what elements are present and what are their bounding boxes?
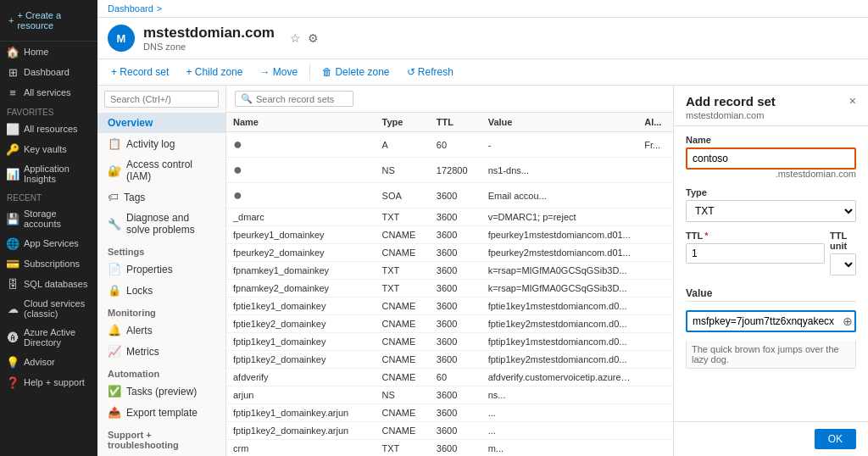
table-row[interactable]: fpnamkey1_domainkeyTXT3600k=rsap=MIGfMA0… xyxy=(226,262,673,280)
main-content: Dashboard > M mstestdomian.com DNS zone … xyxy=(97,0,868,456)
sidebar-item-app-services[interactable]: 🌐 App Services xyxy=(0,233,97,253)
value-input[interactable] xyxy=(687,312,854,331)
sidebar-item-all-services[interactable]: ≡ All services xyxy=(0,82,97,103)
nav-item-support[interactable]: ❓ New support request xyxy=(97,452,225,456)
iam-icon: 🔐 xyxy=(108,164,121,177)
resource-title: mstestdomian.com xyxy=(143,25,275,42)
sidebar-item-help[interactable]: ❓ Help + support xyxy=(0,372,97,392)
nav-item-overview[interactable]: Overview xyxy=(97,113,225,133)
table-row[interactable]: fpeurkey2_domainkeyCNAME3600fpeurkey2mst… xyxy=(226,244,673,262)
table-row[interactable]: afdverifyCNAME60afdverify.customervoicet… xyxy=(226,369,673,386)
sidebar-item-all-resources[interactable]: ⬜ All resources xyxy=(0,119,97,139)
table-cell-al xyxy=(637,262,673,280)
ttl-field: TTL* xyxy=(686,231,825,275)
table-row[interactable]: ●A60-Fr... xyxy=(226,132,673,158)
sidebar-item-aad[interactable]: 🅐 Azure Active Directory xyxy=(0,323,97,352)
home-icon: 🏠 xyxy=(7,46,19,58)
table-cell-value: fptie1key2mstestdomiancom.d0... xyxy=(481,315,638,333)
table-row[interactable]: fpnamkey2_domainkeyTXT3600k=rsap=MIGfMA0… xyxy=(226,280,673,298)
close-panel-button[interactable]: × xyxy=(849,94,856,108)
table-cell-type: CNAME xyxy=(376,226,430,244)
sidebar-item-cloud[interactable]: ☁ Cloud services (classic) xyxy=(0,294,97,323)
refresh-button[interactable]: ↺ Refresh xyxy=(400,63,460,81)
type-field: Type TXT A AAAA CNAME MX NS xyxy=(686,187,856,222)
create-resource-button[interactable]: + + Create a resource xyxy=(7,7,91,34)
nav-item-label: Metrics xyxy=(126,346,159,358)
col-ttl[interactable]: TTL xyxy=(430,113,481,132)
table-cell-value: ns... xyxy=(481,386,638,404)
nav-item-label: Access control (IAM) xyxy=(126,158,215,182)
nav-item-diagnose[interactable]: 🔧 Diagnose and solve problems xyxy=(97,208,225,240)
table-row[interactable]: fpeurkey1_domainkeyCNAME3600fpeurkey1mst… xyxy=(226,226,673,244)
table-cell-type: NS xyxy=(376,386,430,404)
table-row[interactable]: crmTXT3600m... xyxy=(226,440,673,457)
child-zone-button[interactable]: + Child zone xyxy=(179,63,249,81)
sidebar-item-key-vaults[interactable]: 🔑 Key vaults xyxy=(0,139,97,159)
table-cell-al xyxy=(637,280,673,298)
nav-item-label: Alerts xyxy=(126,325,153,336)
sidebar-item-subscriptions[interactable]: 💳 Subscriptions xyxy=(0,253,97,274)
table-cell-name: fptie1key2_domainkey xyxy=(226,315,376,333)
nav-item-tags[interactable]: 🏷 Tags xyxy=(97,186,225,208)
nav-item-metrics[interactable]: 📈 Metrics xyxy=(97,341,225,362)
alerts-icon: 🔔 xyxy=(108,324,121,336)
create-resource-label: + Create a resource xyxy=(17,10,89,31)
col-value[interactable]: Value xyxy=(481,113,638,132)
sidebar-item-app-insights[interactable]: 📊 Application Insights xyxy=(0,159,97,188)
col-name[interactable]: Name xyxy=(226,113,376,132)
table-row[interactable]: arjunNS3600ns... xyxy=(226,386,673,404)
sidebar-item-advisor[interactable]: 💡 Advisor xyxy=(0,352,97,372)
table-row[interactable]: ●NS172800ns1-dns... xyxy=(226,158,673,183)
ok-button[interactable]: OK xyxy=(815,429,856,449)
table-cell-al xyxy=(637,440,673,457)
sidebar-item-sql[interactable]: 🗄 SQL databases xyxy=(0,274,97,294)
table-cell-value: fptie1key1mstestdomiancom.d0... xyxy=(481,298,638,315)
name-input[interactable] xyxy=(686,147,856,170)
ttl-unit-select[interactable]: Hours Seconds Minutes Days xyxy=(830,253,856,275)
table-row[interactable]: fptie1key1_domainkeyCNAME3600fptie1key1m… xyxy=(226,298,673,315)
sidebar-item-home[interactable]: 🏠 Home xyxy=(0,42,97,62)
nav-item-label: Export template xyxy=(126,407,198,419)
nav-item-activity[interactable]: 📋 Activity log xyxy=(97,133,225,154)
table-row[interactable]: fptip1key2_domainkey.arjunCNAME3600... xyxy=(226,422,673,440)
table-cell-name: ● xyxy=(226,183,376,209)
search-input[interactable] xyxy=(104,91,219,108)
sidebar-item-storage[interactable]: 💾 Storage accounts xyxy=(0,204,97,233)
ttl-input[interactable] xyxy=(686,243,825,264)
domain-suffix: .mstestdomian.com xyxy=(686,169,856,179)
name-label: Name xyxy=(686,135,856,145)
table-row[interactable]: fptie1key2_domainkeyCNAME3600fptie1key2m… xyxy=(226,315,673,333)
nav-item-alerts[interactable]: 🔔 Alerts xyxy=(97,320,225,341)
sidebar-item-dashboard[interactable]: ⊞ Dashboard xyxy=(0,62,97,82)
plus-icon: + xyxy=(8,15,14,25)
nav-item-properties[interactable]: 📄 Properties xyxy=(97,259,225,280)
table-row[interactable]: fptip1key1_domainkey.arjunCNAME3600... xyxy=(226,404,673,422)
table-cell-ttl: 3600 xyxy=(430,226,481,244)
table-cell-type: CNAME xyxy=(376,369,430,386)
move-button[interactable]: → Move xyxy=(253,63,304,81)
col-type[interactable]: Type xyxy=(376,113,430,132)
nav-item-locks[interactable]: 🔒 Locks xyxy=(97,280,225,301)
settings-section: Settings xyxy=(97,240,225,259)
table-row[interactable]: _dmarcTXT3600v=DMARC1; p=reject xyxy=(226,209,673,226)
table-row[interactable]: fptip1key1_domainkeyCNAME3600fptip1key1m… xyxy=(226,333,673,351)
nav-item-tasks[interactable]: ✅ Tasks (preview) xyxy=(97,381,225,402)
value-action-button[interactable]: ⊕ xyxy=(843,314,853,328)
favorite-icon[interactable]: ☆ xyxy=(290,31,301,45)
table-cell-ttl: 3600 xyxy=(430,333,481,351)
settings-icon[interactable]: ⚙ xyxy=(308,31,319,45)
dns-search-input[interactable] xyxy=(256,94,349,104)
table-cell-name: ● xyxy=(226,132,376,158)
col-al[interactable]: Al... xyxy=(637,113,673,132)
breadcrumb-dashboard[interactable]: Dashboard xyxy=(108,3,153,14)
nav-item-iam[interactable]: 🔐 Access control (IAM) xyxy=(97,154,225,186)
sidebar-item-label: All services xyxy=(24,87,71,97)
table-row[interactable]: ●SOA3600Email accou... xyxy=(226,183,673,209)
key-vaults-icon: 🔑 xyxy=(7,143,19,155)
delete-zone-button[interactable]: 🗑 Delete zone xyxy=(315,63,396,81)
record-set-button[interactable]: + Record set xyxy=(104,63,175,81)
nav-item-export[interactable]: 📤 Export template xyxy=(97,402,225,423)
sidebar-item-label: Advisor xyxy=(24,357,55,367)
type-select[interactable]: TXT A AAAA CNAME MX NS xyxy=(686,200,856,222)
table-row[interactable]: fptip1key2_domainkeyCNAME3600fptip1key2m… xyxy=(226,351,673,369)
